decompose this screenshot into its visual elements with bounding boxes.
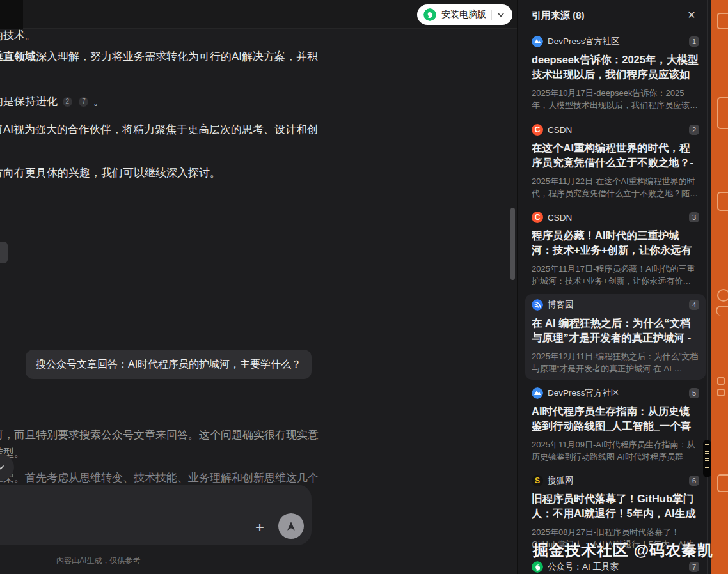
- sidebar-user-icon[interactable]: [717, 289, 728, 302]
- chat-topbar: 安装电脑版: [0, 0, 517, 29]
- citation-number-badge: 7: [689, 562, 699, 572]
- citation-source: DevPress官方社区: [548, 36, 620, 47]
- csdn-favicon-icon: C: [532, 124, 543, 136]
- citation-source: 搜狐网: [548, 475, 574, 486]
- sidebar-user-icon: [716, 306, 728, 316]
- sidebar-tool-icon[interactable]: [717, 474, 728, 492]
- citation-item[interactable]: C CSDN 3 程序员必藏！AI时代的三重护城河：技术+业务+创新，让你永远有…: [525, 206, 706, 292]
- ai-disclaimer: 内容由AI生成，仅供参考: [56, 555, 140, 566]
- citation-title[interactable]: 旧程序员时代落幕了！GitHub掌门人：不用AI就退行！5年内，AI生成代…: [532, 492, 699, 522]
- install-desktop-button[interactable]: 安装电脑版: [417, 4, 512, 25]
- citation-number-badge: 3: [689, 212, 699, 222]
- sidebar-grid-icon[interactable]: [717, 377, 725, 385]
- button-divider: [491, 10, 492, 20]
- citation-number-badge: 6: [689, 476, 699, 486]
- sidebar-tool-icon[interactable]: [717, 13, 728, 29]
- citation-snippet: 2025年12月11日-编程狂热之后：为什么“文档与原理”才是开发者的真正护城河…: [532, 350, 699, 375]
- citation-title[interactable]: 程序员必藏！AI时代的三重护城河：技术+业务+创新，让你永远有价值！_…: [532, 228, 699, 258]
- sidebar-grid-icon[interactable]: [717, 389, 725, 396]
- citation-number-badge: 5: [689, 388, 699, 398]
- sidebar-tool-icon[interactable]: [717, 97, 728, 129]
- citations-title: 引用来源 (8): [532, 10, 585, 22]
- assistant-text-line: 的是保持进化 2 7 。: [0, 95, 104, 108]
- devpress-favicon-icon: [532, 387, 543, 399]
- citation-snippet: 2025年10月17日-deepseek告诉你：2025年，大模型技术出现以后，…: [532, 87, 699, 111]
- thinking-text-line: 框架。首先考虑从思维转变、技术技能、业务理解和创新思维这几个: [0, 472, 319, 485]
- citation-number-badge: 4: [689, 300, 699, 310]
- chevron-down-icon: [0, 463, 5, 472]
- citation-source: 公众号：AI 工具家: [548, 561, 619, 573]
- close-icon[interactable]: ✕: [684, 8, 699, 22]
- sidebar-tool-icon[interactable]: [717, 192, 728, 211]
- user-message-text: 搜公众号文章回答：AI时代程序员的护城河，主要学什么？: [36, 358, 301, 371]
- citation-item-active[interactable]: 博客园 4 在 AI 编程狂热之后：为什么“文档与原理”才是开发者的真正护城河 …: [525, 294, 706, 380]
- citation-item[interactable]: DevPress官方社区 1 deepseek告诉你：2025年，大模型技术出现…: [525, 31, 706, 116]
- assistant-text-line: 方向有更具体的兴趣，我们可以继续深入探讨。: [0, 167, 221, 180]
- citation-number-badge: 1: [689, 36, 699, 47]
- citation-item[interactable]: DevPress官方社区 5 AI时代程序员生存指南：从历史镜鉴到行动路线图_人…: [525, 382, 706, 469]
- user-message-bubble: 搜公众号文章回答：AI时代程序员的护城河，主要学什么？: [26, 350, 312, 379]
- citation-title[interactable]: 在 AI 编程狂热之后：为什么“文档与原理”才是开发者的真正护城河 - 洛…: [532, 316, 699, 346]
- citation-number-badge: 2: [689, 125, 699, 135]
- devpress-favicon-icon: [532, 36, 543, 47]
- inline-citation-ref[interactable]: 2: [63, 97, 72, 107]
- grip-stripes: [705, 444, 709, 473]
- citation-source: CSDN: [548, 213, 572, 222]
- csdn-favicon-icon: C: [532, 212, 543, 223]
- citations-header: 引用来源 (8) ✕: [518, 0, 711, 31]
- app-window: 安装电脑版 的技术。 垂直领域深入理解，努力将业务需求转化为可行的AI解决方案，…: [0, 0, 728, 574]
- external-sidebar-strip: [711, 0, 728, 574]
- attach-plus-icon[interactable]: +: [255, 520, 264, 535]
- citation-item[interactable]: C CSDN 2 在这个AI重构编程世界的时代，程序员究竟凭借什么立于不败之地？…: [525, 119, 706, 205]
- chevron-down-icon[interactable]: [497, 11, 505, 19]
- chat-area: 安装电脑版 的技术。 垂直领域深入理解，努力将业务需求转化为可行的AI解决方案，…: [0, 0, 517, 574]
- citation-snippet: 2025年11月09日-AI时代程序员生存指南：从历史镜鉴到行动路线图 AI时代…: [532, 438, 699, 463]
- doubao-logo-icon: [423, 8, 436, 21]
- panel-scrollbar-track: [707, 0, 708, 574]
- citation-source: CSDN: [548, 125, 572, 135]
- citation-snippet: 2025年11月22日-在这个AI重构编程世界的时代，程序员究竟凭借什么立于不败…: [532, 175, 699, 199]
- assistant-text-line: 垂直领域深入理解，努力将业务需求转化为可行的AI解决方案，并积: [0, 50, 318, 63]
- inline-citation-ref[interactable]: 7: [79, 97, 88, 107]
- message-input[interactable]: +: [0, 485, 312, 545]
- cnblogs-favicon-icon: [532, 299, 543, 311]
- thinking-text-line: 河，而且特别要求搜索公众号文章来回答。这个问题确实很有现实意: [0, 429, 319, 442]
- citation-title[interactable]: AI时代程序员生存指南：从历史镜鉴到行动路线图_人工智能_一个喜欢中医…: [532, 404, 699, 434]
- wechat-official-favicon-icon: [532, 561, 543, 573]
- sohu-favicon-icon: S: [532, 475, 543, 486]
- topbar-corner-block: [0, 0, 23, 29]
- panel-resize-grip[interactable]: [703, 440, 711, 477]
- citation-title[interactable]: deepseek告诉你：2025年，大模型技术出现以后，我们程序员应该如何学…: [532, 52, 699, 82]
- citation-title[interactable]: 在这个AI重构编程世界的时代，程序员究竟凭借什么立于不败之地？-CSDN…: [532, 141, 699, 171]
- chat-scrollbar-thumb[interactable]: [510, 208, 515, 280]
- citation-source: 博客园: [548, 299, 574, 311]
- install-button-label: 安装电脑版: [441, 9, 486, 20]
- left-edge-tab[interactable]: [0, 242, 8, 263]
- watermark-text: 掘金技术社区 @码农秦凯: [533, 540, 713, 561]
- citation-snippet: 2025年11月17日-程序员必藏！AI时代的三重护城河：技术+业务+创新，让你…: [532, 263, 699, 287]
- send-arrow-icon: [285, 520, 297, 532]
- citation-source: DevPress官方社区: [548, 387, 620, 399]
- send-button[interactable]: [278, 513, 304, 539]
- assistant-text-line: 将AI视为强大的合作伙伴，将精力聚焦于更高层次的思考、设计和创: [0, 123, 318, 136]
- citations-panel: 引用来源 (8) ✕ DevPress官方社区 1 deepseek告诉你：20…: [517, 0, 711, 574]
- assistant-text-line: 的技术。: [0, 29, 36, 42]
